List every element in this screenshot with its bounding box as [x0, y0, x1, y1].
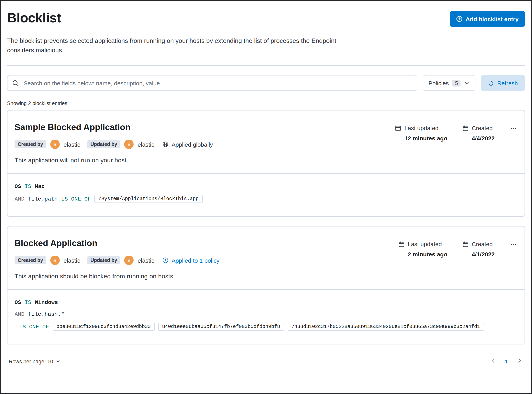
- calendar-icon: [462, 125, 469, 131]
- criteria-value-chip: /System/Applications/BlockThis.app: [95, 195, 203, 203]
- criteria-field: file.path: [28, 196, 58, 202]
- criteria-value-chip: bbe80313cf12098d3fc4d8a42e9dbb33: [52, 323, 155, 331]
- refresh-button[interactable]: Refresh: [481, 75, 525, 91]
- last-updated-value: 12 minutes ago: [405, 135, 447, 142]
- chevron-right-icon: [517, 358, 522, 364]
- scope-label: Applied globally: [172, 141, 213, 148]
- calendar-icon: [398, 241, 405, 247]
- criteria-line: AND file.path IS ONE OF /System/Applicat…: [15, 195, 517, 203]
- blocklist-page: Blocklist Add blocklist entry The blockl…: [0, 0, 532, 394]
- criteria-operator: IS: [25, 183, 31, 190]
- criteria-line: OS IS Mac: [15, 183, 517, 190]
- globe-icon: [162, 141, 168, 147]
- created-label: Created: [472, 241, 493, 247]
- page-title: Blocklist: [7, 10, 61, 26]
- created-by-badge: Created by: [15, 256, 46, 264]
- ellipsis-icon: [510, 241, 517, 248]
- created-meta: Created 4/1/2022: [462, 241, 495, 258]
- table-footer: Rows per page: 10 1: [7, 357, 525, 372]
- last-updated-meta: Last updated 12 minutes ago: [395, 125, 447, 142]
- updated-by-user: elastic: [137, 141, 154, 148]
- criteria-value-chip: 840d1eee06baa05cf3147fb7ef003b5dfdb49bf8: [158, 323, 284, 331]
- criteria-line: IS ONE OF bbe80313cf12098d3fc4d8a42e9dbb…: [19, 323, 517, 331]
- entry-description: This application will not run on your ho…: [15, 157, 387, 164]
- entry-title: Sample Blocked Application: [15, 122, 387, 133]
- chevron-down-icon: [56, 359, 61, 364]
- criteria-line: AND file.hash.*: [15, 311, 517, 317]
- created-value: 4/4/2022: [472, 135, 495, 142]
- updated-by-badge: Updated by: [87, 256, 120, 264]
- entry-card-header: Blocked Application Created by e elastic…: [7, 227, 525, 289]
- criteria-conjunction: AND: [15, 311, 24, 317]
- refresh-label: Refresh: [497, 80, 518, 86]
- policy-clock-icon: [162, 257, 168, 264]
- updated-by-badge: Updated by: [87, 140, 120, 148]
- entry-title: Blocked Application: [15, 238, 390, 249]
- scope-indicator: Applied globally: [162, 141, 213, 148]
- rows-per-page-label: Rows per page: 10: [9, 358, 53, 364]
- created-by-badge: Created by: [15, 140, 46, 148]
- blocklist-entry-card: Blocked Application Created by e elastic…: [7, 226, 525, 344]
- header-divider: [7, 65, 525, 66]
- user-avatar: e: [124, 140, 134, 149]
- created-meta: Created 4/4/2022: [462, 125, 495, 142]
- chevron-left-icon: [490, 358, 496, 364]
- updated-by-user: elastic: [137, 257, 154, 264]
- created-value: 4/1/2022: [472, 251, 495, 258]
- criteria-field: OS: [15, 183, 21, 190]
- ellipsis-icon: [510, 125, 517, 132]
- last-updated-label: Last updated: [408, 241, 442, 247]
- refresh-icon: [488, 80, 494, 86]
- entry-meta: Last updated 12 minutes ago Created 4/4/…: [387, 125, 517, 173]
- entry-criteria: OS IS Mac AND file.path IS ONE OF /Syste…: [7, 174, 525, 216]
- criteria-value: Mac: [35, 183, 45, 190]
- created-label: Created: [472, 125, 493, 131]
- entry-badges: Created by e elastic Updated by e elasti…: [15, 256, 390, 265]
- criteria-field: file.hash.*: [28, 311, 64, 317]
- add-blocklist-entry-button[interactable]: Add blocklist entry: [450, 11, 525, 27]
- next-page-button[interactable]: [516, 357, 523, 366]
- policies-filter-button[interactable]: Policies 5: [423, 75, 476, 91]
- calendar-icon: [462, 241, 469, 247]
- page-description: The blocklist prevents selected applicat…: [7, 36, 349, 55]
- criteria-operator: IS ONE OF: [61, 196, 91, 202]
- entry-description: This application should be blocked from …: [15, 273, 390, 280]
- calendar-icon: [395, 125, 401, 131]
- criteria-value-chip: 7438d3102c317b05228a350891363340206e81cf…: [287, 323, 484, 331]
- criteria-field: OS: [15, 299, 21, 306]
- entry-badges: Created by e elastic Updated by e elasti…: [15, 140, 387, 149]
- user-avatar: e: [124, 256, 134, 265]
- criteria-value: Windows: [35, 299, 58, 306]
- toolbar: Policies 5 Refresh: [7, 75, 525, 91]
- entry-actions-menu-button[interactable]: [510, 240, 517, 250]
- previous-page-button[interactable]: [490, 357, 497, 366]
- applied-policy-link[interactable]: Applied to 1 policy: [162, 257, 219, 264]
- page-header: Blocklist Add blocklist entry: [7, 7, 525, 27]
- page-number-button[interactable]: 1: [505, 358, 508, 364]
- chevron-down-icon: [464, 80, 470, 86]
- user-avatar: e: [50, 256, 60, 265]
- search-icon: [12, 80, 19, 86]
- created-by-user: elastic: [63, 141, 80, 148]
- pagination: 1: [490, 357, 523, 366]
- blocklist-entry-card: Sample Blocked Application Created by e …: [7, 110, 525, 217]
- criteria-operator: IS: [25, 299, 31, 306]
- entry-card-header: Sample Blocked Application Created by e …: [7, 110, 525, 173]
- results-count: Showing 2 blocklist entries: [7, 100, 525, 106]
- policies-filter-label: Policies: [428, 80, 449, 86]
- created-by-user: elastic: [63, 257, 80, 264]
- entry-actions-menu-button[interactable]: [510, 124, 517, 135]
- last-updated-label: Last updated: [405, 125, 439, 131]
- rows-per-page-button[interactable]: Rows per page: 10: [9, 358, 61, 364]
- user-avatar: e: [50, 140, 60, 149]
- last-updated-meta: Last updated 2 minutes ago: [398, 241, 447, 258]
- criteria-line: OS IS Windows: [15, 299, 517, 306]
- search-input[interactable]: [23, 79, 412, 87]
- criteria-operator: IS ONE OF: [19, 324, 49, 330]
- search-box[interactable]: [7, 75, 417, 91]
- policies-count-badge: 5: [452, 80, 461, 86]
- scope-label: Applied to 1 policy: [172, 257, 219, 264]
- plus-circle-icon: [456, 16, 462, 22]
- last-updated-value: 2 minutes ago: [408, 251, 447, 258]
- criteria-conjunction: AND: [15, 196, 24, 202]
